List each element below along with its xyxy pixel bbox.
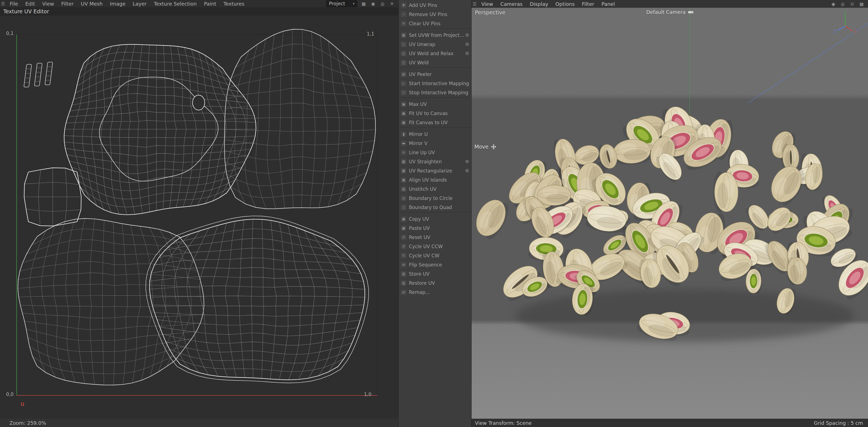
- uv-command-cycle-uv-ccw[interactable]: ↺Cycle UV CCW: [399, 242, 471, 251]
- uv-command-label: UV Unwrap: [409, 42, 435, 47]
- uv-rectangularize-icon: ▦: [401, 168, 406, 173]
- uv-canvas[interactable]: 0,1 1,1 0,0 1,0 U: [0, 15, 398, 419]
- viewport-menu: ViewCamerasDisplayOptionsFilterPanel: [478, 1, 619, 7]
- axis-gizmo[interactable]: YZX: [831, 10, 860, 34]
- uv-command-uv-weld[interactable]: ◫UV Weld: [399, 58, 471, 67]
- uv-command-store-uv[interactable]: ▤Store UV: [399, 269, 471, 278]
- uv-command-cycle-uv-cw[interactable]: ↻Cycle UV CW: [399, 251, 471, 260]
- viewport-menu-cameras[interactable]: Cameras: [497, 1, 526, 7]
- uv-unwrap-icon: ▢: [401, 42, 406, 47]
- close-icon[interactable]: ✕: [389, 1, 395, 6]
- uv-command-mirror-u[interactable]: ▮Mirror U: [399, 130, 471, 139]
- uv-wireframe[interactable]: [0, 15, 398, 419]
- cycle-uv-cw-icon: ↻: [401, 253, 406, 258]
- gear-icon[interactable]: ⚙: [465, 159, 469, 164]
- project-dropdown[interactable]: Project ▾: [326, 0, 357, 7]
- uv-island: [18, 219, 204, 385]
- uv-command-fit-uv-to-canvas[interactable]: ▣Fit UV to Canvas: [399, 109, 471, 118]
- uv-command-align-uv-islands[interactable]: ▣Align UV Islands: [399, 175, 471, 185]
- gear-icon[interactable]: ⚙: [465, 51, 469, 56]
- uv-command-fit-canvas-to-uv[interactable]: ▣Fit Canvas to UV: [399, 118, 471, 127]
- hamburger-icon[interactable]: ☰: [0, 1, 6, 6]
- render-icon[interactable]: ◉: [830, 1, 836, 7]
- menu-file[interactable]: File: [6, 1, 22, 7]
- hamburger-icon[interactable]: ☰: [472, 1, 478, 7]
- viewport-menu-panel[interactable]: Panel: [598, 1, 619, 7]
- uv-command-uv-unwrap[interactable]: ▢UV Unwrap⚙: [399, 40, 471, 49]
- view-settings-icon[interactable]: ⊙: [849, 1, 855, 7]
- viewport-menu-filter[interactable]: Filter: [579, 1, 598, 7]
- menu-texture-selection[interactable]: Texture Selection: [150, 1, 200, 7]
- menu-filter[interactable]: Filter: [58, 1, 78, 7]
- uv-command-reset-uv[interactable]: ↺Reset UV: [399, 233, 471, 242]
- move-tool-label: Move: [474, 144, 489, 150]
- uv-command-label: Clear UV Pins: [409, 21, 440, 26]
- viewport-canvas[interactable]: Perspective Default Camera Move YZX: [472, 8, 868, 419]
- align-uv-islands-icon: ▣: [401, 177, 406, 183]
- uv-command-start-interactive-mapping[interactable]: ▷Start Interactive Mapping: [399, 79, 471, 88]
- viewport-menu-view[interactable]: View: [478, 1, 497, 7]
- menu-separator: [399, 67, 471, 69]
- fit-uv-to-canvas-icon: ▣: [401, 111, 406, 116]
- menu-image[interactable]: Image: [106, 1, 129, 7]
- uv-command-paste-uv[interactable]: ▣Paste UV: [399, 224, 471, 233]
- uv-command-label: Restore UV: [409, 280, 435, 286]
- uv-command-clear-uv-pins[interactable]: ✕Clear UV Pins: [399, 19, 471, 28]
- uv-command-add-uv-pins[interactable]: ✚Add UV Pins: [399, 1, 471, 10]
- uv-command-label: Cycle UV CW: [409, 253, 439, 258]
- render-settings-icon[interactable]: ◎: [840, 1, 846, 7]
- menu-textures[interactable]: Textures: [220, 1, 248, 7]
- menu-uv-mesh[interactable]: UV Mesh: [77, 1, 106, 7]
- uv-command-label: Start Interactive Mapping: [409, 81, 469, 86]
- uv-command-boundary-to-circle[interactable]: ◎Boundary to Circle: [399, 194, 471, 203]
- mirror-u-icon: ▮: [401, 131, 406, 137]
- uv-command-unstitch-uv[interactable]: ▨Unstitch UV: [399, 185, 471, 194]
- remap-icon: ⇄: [401, 290, 406, 295]
- menu-separator: [399, 127, 471, 129]
- uv-command-uv-weld-and-relax[interactable]: ◫UV Weld and Relax⚙: [399, 49, 471, 58]
- gear-icon[interactable]: ⚙: [465, 32, 469, 38]
- uv-command-max-uv[interactable]: ▣Max UV: [399, 100, 471, 109]
- project-dropdown-label: Project: [329, 1, 345, 6]
- viewport-menu-options[interactable]: Options: [552, 1, 578, 7]
- uv-command-label: Flip Sequence: [409, 262, 442, 268]
- uv-command-remove-uv-pins[interactable]: −Remove UV Pins: [399, 10, 471, 19]
- uv-commands-menu: ✚Add UV Pins−Remove UV Pins✕Clear UV Pin…: [398, 0, 472, 427]
- menu-paint[interactable]: Paint: [200, 1, 220, 7]
- uv-command-restore-uv[interactable]: ▥Restore UV: [399, 278, 471, 288]
- uv-command-uv-rectangularize[interactable]: ▦UV Rectangularize⚙: [399, 166, 471, 175]
- gear-icon[interactable]: ⚙: [465, 42, 469, 47]
- gear-icon[interactable]: ⚙: [465, 168, 469, 173]
- camera-selector[interactable]: Default Camera: [646, 9, 693, 15]
- viewport-menu-display[interactable]: Display: [526, 1, 552, 7]
- pin-icon[interactable]: ◎: [379, 1, 385, 6]
- uv-command-remap[interactable]: ⇄Remap...: [399, 288, 471, 297]
- maximize-icon[interactable]: ▦: [859, 1, 865, 7]
- uv-command-mirror-v[interactable]: ▬Mirror V: [399, 139, 471, 148]
- uv-command-line-up-uv[interactable]: ≡Line Up UV: [399, 148, 471, 157]
- uv-command-uv-straighten[interactable]: ▦UV Straighten⚙: [399, 157, 471, 166]
- pistachio-scene[interactable]: [472, 8, 868, 419]
- menu-edit[interactable]: Edit: [22, 1, 38, 7]
- paste-uv-icon: ▣: [401, 225, 406, 231]
- uv-command-label: UV Straighten: [409, 159, 442, 164]
- view-label[interactable]: Perspective: [475, 9, 505, 15]
- uv-command-boundary-to-quad[interactable]: ◻Boundary to Quad: [399, 203, 471, 212]
- menu-layer[interactable]: Layer: [129, 1, 150, 7]
- layout-grid-icon[interactable]: ▦: [361, 1, 367, 6]
- compare-icon[interactable]: ◉: [370, 1, 376, 6]
- flip-sequence-icon: ⇄: [401, 262, 406, 268]
- uv-command-set-uvw-from-projection[interactable]: ▦Set UVW from Projection⚙: [399, 31, 471, 40]
- view-transform-label: View Transform: Scene: [475, 420, 532, 426]
- uv-command-stop-interactive-mapping[interactable]: ◻Stop Interactive Mapping: [399, 88, 471, 97]
- uv-command-copy-uv[interactable]: ▣Copy UV: [399, 214, 471, 224]
- uv-island: [146, 216, 368, 383]
- boundary-to-circle-icon: ◎: [401, 195, 406, 201]
- uv-corner-top-left: 0,1: [6, 31, 13, 36]
- uv-command-flip-sequence[interactable]: ⇄Flip Sequence: [399, 260, 471, 269]
- uv-peeler-icon: ▤: [401, 71, 406, 77]
- menu-view[interactable]: View: [38, 1, 58, 7]
- uv-command-label: Set UVW from Projection: [409, 32, 465, 38]
- uv-command-uv-peeler[interactable]: ▤UV Peeler: [399, 70, 471, 79]
- grid-spacing-label: Grid Spacing : 5 cm: [814, 420, 863, 426]
